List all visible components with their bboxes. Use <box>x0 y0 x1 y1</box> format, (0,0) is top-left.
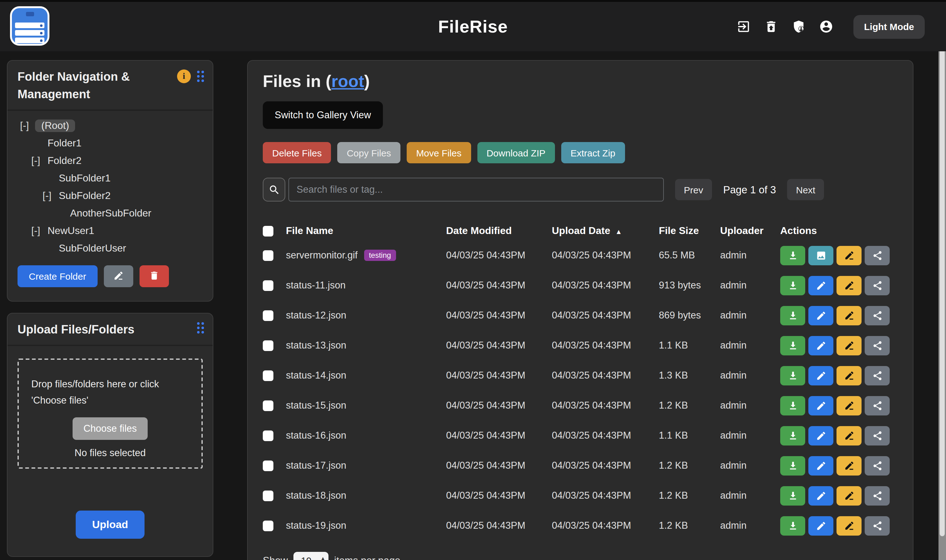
select-all-checkbox[interactable] <box>263 226 274 236</box>
folder-tree-item[interactable]: [-] (Root) <box>8 117 213 134</box>
tree-toggle[interactable]: [-] <box>31 225 46 237</box>
edit-button[interactable] <box>808 306 834 325</box>
folder-tree-item[interactable]: AnotherSubFolder <box>8 205 213 222</box>
folder-tree-item[interactable]: SubFolder1 <box>8 169 213 187</box>
tree-label[interactable]: SubFolder1 <box>58 172 112 185</box>
tree-label[interactable]: NewUser1 <box>46 225 95 237</box>
share-button[interactable] <box>864 516 890 535</box>
file-name[interactable]: status-17.json <box>286 460 346 471</box>
download-button[interactable] <box>780 336 805 355</box>
tree-label[interactable]: SubFolder2 <box>58 189 112 202</box>
row-checkbox[interactable] <box>263 400 274 411</box>
column-file-size[interactable]: File Size <box>659 225 720 237</box>
delete-files-button[interactable]: Delete Files <box>263 142 331 163</box>
rename-button[interactable] <box>837 366 861 385</box>
share-button[interactable] <box>864 366 890 385</box>
file-name[interactable]: status-18.json <box>286 490 346 501</box>
file-name[interactable]: servermonitor.gif <box>286 250 358 261</box>
download-button[interactable] <box>780 366 805 385</box>
tree-label[interactable]: Folder1 <box>46 137 83 149</box>
column-date-modified[interactable]: Date Modified <box>446 225 552 237</box>
prev-page-button[interactable]: Prev <box>675 179 712 200</box>
next-page-button[interactable]: Next <box>788 179 824 200</box>
share-button[interactable] <box>864 275 890 295</box>
file-name[interactable]: status-12.json <box>286 310 346 321</box>
drag-handle-icon[interactable] <box>197 71 204 82</box>
row-checkbox[interactable] <box>263 250 274 261</box>
share-button[interactable] <box>864 486 890 505</box>
download-button[interactable] <box>780 306 805 325</box>
tree-label[interactable]: Folder2 <box>46 155 83 167</box>
file-name[interactable]: status-19.json <box>286 520 346 531</box>
file-name[interactable]: status-15.json <box>286 400 346 411</box>
row-checkbox[interactable] <box>263 520 274 531</box>
edit-button[interactable] <box>808 426 834 445</box>
row-checkbox[interactable] <box>263 340 274 351</box>
tree-label[interactable]: AnotherSubFolder <box>69 207 153 220</box>
folder-tree-item[interactable]: [-] Folder2 <box>8 152 213 169</box>
choose-files-button[interactable]: Choose files <box>73 417 148 440</box>
rename-button[interactable] <box>837 426 861 445</box>
rename-button[interactable] <box>837 306 861 325</box>
rename-button[interactable] <box>837 456 861 475</box>
share-button[interactable] <box>864 336 890 355</box>
light-mode-button[interactable]: Light Mode <box>854 15 925 38</box>
folder-tree-item[interactable]: Folder1 <box>8 134 213 152</box>
file-name[interactable]: status-16.json <box>286 430 346 441</box>
file-name[interactable]: status-14.json <box>286 370 346 381</box>
share-button[interactable] <box>864 306 890 325</box>
drag-handle-icon[interactable] <box>197 322 204 334</box>
row-checkbox[interactable] <box>263 460 274 471</box>
edit-button[interactable] <box>808 336 834 355</box>
tree-toggle[interactable]: [-] <box>43 190 58 202</box>
row-checkbox[interactable] <box>263 490 274 501</box>
create-folder-button[interactable]: Create Folder <box>17 265 97 287</box>
row-checkbox[interactable] <box>263 370 274 381</box>
tree-label[interactable]: SubFolderUser <box>58 242 127 255</box>
download-button[interactable] <box>780 246 805 265</box>
edit-button[interactable] <box>808 275 834 295</box>
file-name[interactable]: status-13.json <box>286 340 346 351</box>
tree-label[interactable]: (Root) <box>35 120 75 132</box>
folder-tree-item[interactable]: SubFolderUser <box>8 240 213 257</box>
share-button[interactable] <box>864 456 890 475</box>
share-button[interactable] <box>864 246 890 265</box>
download-button[interactable] <box>780 456 805 475</box>
column-upload-date[interactable]: Upload Date▲ <box>552 225 659 237</box>
copy-files-button[interactable]: Copy Files <box>337 142 400 163</box>
move-files-button[interactable]: Move Files <box>407 142 471 163</box>
restore-trash-icon[interactable] <box>763 19 778 34</box>
download-button[interactable] <box>780 486 805 505</box>
file-dropzone[interactable]: Drop files/folders here or click 'Choose… <box>17 358 203 469</box>
tree-toggle[interactable]: [-] <box>31 155 46 166</box>
folder-tree-item[interactable]: [-] SubFolder2 <box>8 187 213 205</box>
row-checkbox[interactable] <box>263 280 274 291</box>
rename-folder-button[interactable] <box>103 265 133 287</box>
extract-zip-button[interactable]: Extract Zip <box>561 142 625 163</box>
share-button[interactable] <box>864 426 890 445</box>
info-icon[interactable]: i <box>177 69 191 83</box>
column-file-name[interactable]: File Name <box>286 225 446 237</box>
scrollbar-thumb[interactable] <box>940 8 945 536</box>
download-zip-button[interactable]: Download ZIP <box>477 142 555 163</box>
preview-button[interactable] <box>808 246 834 265</box>
download-button[interactable] <box>780 275 805 295</box>
download-button[interactable] <box>780 516 805 535</box>
rename-button[interactable] <box>837 396 861 415</box>
edit-button[interactable] <box>808 456 834 475</box>
rename-button[interactable] <box>837 275 861 295</box>
search-icon[interactable] <box>263 178 285 202</box>
edit-button[interactable] <box>808 396 834 415</box>
row-checkbox[interactable] <box>263 430 274 441</box>
tree-toggle[interactable]: [-] <box>20 120 35 131</box>
delete-folder-button[interactable] <box>139 265 169 287</box>
items-per-page-select[interactable]: 10 ▲▼ <box>294 552 328 560</box>
search-input[interactable] <box>288 178 664 202</box>
logout-icon[interactable] <box>736 19 751 34</box>
file-name[interactable]: status-11.json <box>286 280 346 291</box>
share-button[interactable] <box>864 396 890 415</box>
folder-tree-item[interactable]: [-] NewUser1 <box>8 222 213 240</box>
root-folder-link[interactable]: root <box>331 72 364 91</box>
edit-button[interactable] <box>808 486 834 505</box>
rename-button[interactable] <box>837 516 861 535</box>
